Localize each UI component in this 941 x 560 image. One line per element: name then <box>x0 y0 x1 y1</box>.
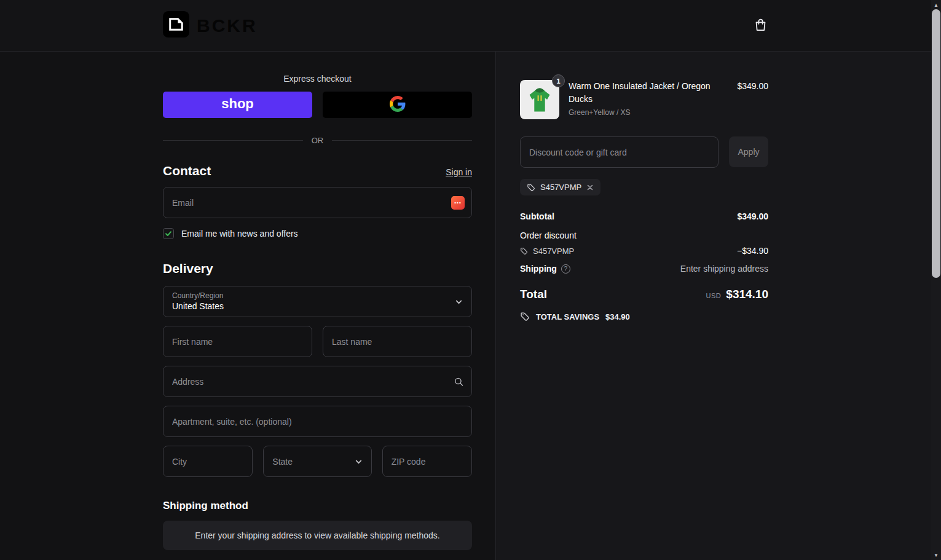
total-value: $314.10 <box>726 288 768 301</box>
quantity-badge: 1 <box>552 74 565 87</box>
zip-input[interactable] <box>382 446 472 477</box>
brand-logo-icon <box>163 11 189 40</box>
product-price: $349.00 <box>737 81 768 91</box>
country-select[interactable]: Country/Region United States <box>163 286 472 317</box>
remove-discount-button[interactable] <box>586 184 594 191</box>
newsletter-optin[interactable]: Email me with news and offers <box>163 228 472 239</box>
search-icon <box>454 376 464 387</box>
last-name-input[interactable] <box>323 326 472 357</box>
shipping-method-notice: Enter your shipping address to view avai… <box>163 521 472 550</box>
google-logo-icon <box>390 96 406 114</box>
discount-field-wrapper <box>520 136 719 168</box>
check-icon <box>165 230 172 237</box>
tag-icon <box>520 247 528 255</box>
close-icon <box>586 184 594 191</box>
or-divider: OR <box>163 136 472 145</box>
order-discount-label: Order discount <box>520 231 577 240</box>
apartment-input[interactable] <box>163 406 472 437</box>
express-checkout-title: Express checkout <box>163 74 472 84</box>
subtotal-value: $349.00 <box>737 211 768 221</box>
tag-icon <box>527 183 535 192</box>
city-input[interactable] <box>163 446 253 477</box>
discount-code-input[interactable] <box>520 136 719 168</box>
delivery-heading: Delivery <box>163 261 213 276</box>
tag-icon <box>520 312 530 321</box>
vertical-scrollbar[interactable]: ▲ ▼ <box>931 0 941 560</box>
order-summary-column: 1 Warm One Insulated Jacket / Oregon Duc… <box>496 52 941 560</box>
apply-discount-button[interactable]: Apply <box>729 136 768 167</box>
shipping-method-heading: Shipping method <box>163 500 472 512</box>
cart-button[interactable] <box>753 17 768 34</box>
state-select-value: State <box>272 457 293 467</box>
email-field-wrapper: ••• <box>163 187 472 218</box>
google-pay-button[interactable] <box>323 92 472 118</box>
help-icon[interactable]: ? <box>561 264 570 274</box>
order-discount-value: −$34.90 <box>737 246 768 256</box>
or-divider-label: OR <box>312 136 324 145</box>
contact-heading: Contact <box>163 164 211 178</box>
first-name-input[interactable] <box>163 326 312 357</box>
shipping-label: Shipping <box>520 264 557 274</box>
newsletter-label: Email me with news and offers <box>181 229 298 239</box>
subtotal-label: Subtotal <box>520 211 554 221</box>
cost-summary: Subtotal $349.00 Order discount S457VPMP <box>520 211 768 321</box>
shop-pay-button[interactable]: shop <box>163 92 312 118</box>
country-select-label: Country/Region <box>172 291 463 300</box>
checkout-form-column: Express checkout shop <box>0 52 496 560</box>
shopping-bag-icon <box>753 17 768 34</box>
chevron-down-icon <box>355 457 363 465</box>
total-label: Total <box>520 288 547 301</box>
password-manager-icon[interactable]: ••• <box>451 196 465 210</box>
shipping-value: Enter shipping address <box>680 264 768 274</box>
chevron-down-icon <box>455 298 463 306</box>
email-input[interactable] <box>163 187 472 218</box>
country-select-value: United States <box>172 301 463 311</box>
discount-chip-code: S457VPMP <box>540 183 581 192</box>
brand-logo[interactable]: BCKR <box>163 11 258 40</box>
header: BCKR <box>0 0 941 52</box>
scroll-down-arrow[interactable]: ▼ <box>931 551 941 559</box>
total-savings: TOTAL SAVINGS $34.90 <box>520 312 768 321</box>
currency-code: USD <box>706 292 722 299</box>
applied-discount-chip: S457VPMP <box>520 179 600 195</box>
state-select[interactable]: State <box>263 446 371 477</box>
brand-name: BCKR <box>197 15 258 36</box>
newsletter-checkbox[interactable] <box>163 228 174 239</box>
address-input[interactable] <box>163 366 472 397</box>
cart-line-item: 1 Warm One Insulated Jacket / Oregon Duc… <box>520 80 768 119</box>
shop-pay-logo: shop <box>221 96 254 112</box>
order-discount-code: S457VPMP <box>533 246 574 256</box>
total-savings-label: TOTAL SAVINGS <box>536 312 599 321</box>
scrollbar-thumb[interactable] <box>932 9 940 278</box>
total-savings-value: $34.90 <box>605 312 630 321</box>
scroll-up-arrow[interactable]: ▲ <box>931 1 941 9</box>
sign-in-link[interactable]: Sign in <box>446 167 472 177</box>
product-variant: Green+Yellow / XS <box>569 108 737 117</box>
checkout-page: BCKR Express checkout shop <box>0 0 941 560</box>
green-jacket-image <box>521 81 559 119</box>
product-image <box>520 80 559 119</box>
product-title: Warm One Insulated Jacket / Oregon Ducks <box>569 80 714 106</box>
